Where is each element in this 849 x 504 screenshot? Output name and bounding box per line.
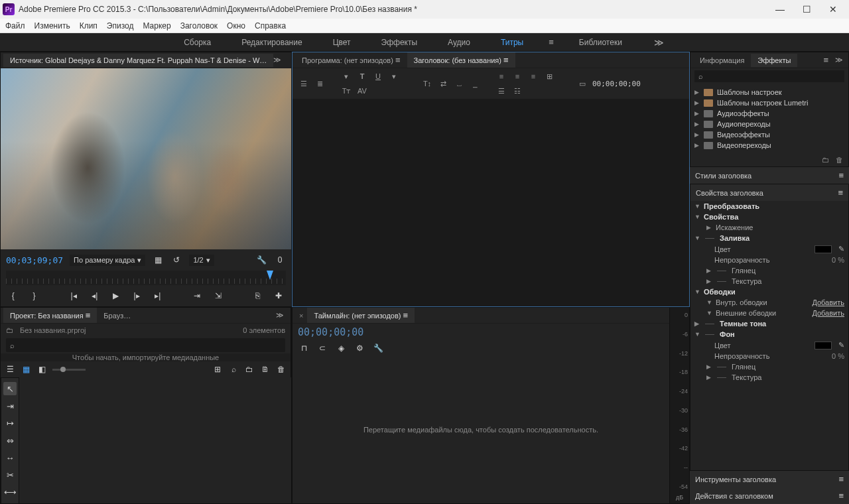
- workspace-color[interactable]: Цвет: [328, 35, 356, 50]
- smallcaps-icon[interactable]: Tᴛ: [340, 86, 352, 96]
- menu-window[interactable]: Окно: [227, 21, 245, 31]
- prop-bg-sheen[interactable]: ▶Глянец: [690, 361, 848, 372]
- menu-clip[interactable]: Клип: [80, 21, 98, 31]
- prop-inner-strokes[interactable]: ▼Внутр. обводкиДобавить: [690, 297, 848, 308]
- thumbnail-size-slider[interactable]: [52, 369, 86, 371]
- titler-timecode[interactable]: 00;00;00;00: [592, 80, 641, 88]
- title-props-header[interactable]: Свойства заголовка≡: [690, 184, 848, 201]
- overwrite-button[interactable]: ⇲: [211, 290, 226, 302]
- snap-icon[interactable]: ⊓: [298, 342, 310, 354]
- folder-presets[interactable]: ▶Шаблоны настроек: [692, 87, 847, 97]
- source-tab-overflow-icon[interactable]: ≫: [273, 56, 281, 64]
- maximize-button[interactable]: ☐: [793, 1, 820, 17]
- new-item-button[interactable]: 🗎: [260, 363, 271, 375]
- align-center-icon[interactable]: ≡: [511, 71, 523, 82]
- workspace-assembly[interactable]: Сборка: [178, 35, 216, 50]
- prop-fill-opacity[interactable]: Непрозрачность0 %: [690, 255, 848, 265]
- prop-fill-sheen[interactable]: ▶Глянец: [690, 265, 848, 276]
- effects-panel-menu-icon[interactable]: ≡: [819, 55, 832, 65]
- folder-lumetri[interactable]: ▶Шаблоны настроек Lumetri: [692, 97, 847, 108]
- workspace-titles-menu-icon[interactable]: ≡: [549, 37, 554, 47]
- folder-videofx[interactable]: ▶Видеоэффекты: [692, 129, 847, 140]
- prop-outer-strokes[interactable]: ▼Внешние обводкиДобавить: [690, 308, 848, 318]
- settings-icon[interactable]: ▦: [152, 254, 164, 266]
- ripple-edit-tool[interactable]: ↦: [3, 416, 17, 430]
- align-left-icon[interactable]: ≡: [495, 71, 507, 82]
- new-bin-icon[interactable]: 🗀: [822, 156, 829, 164]
- title-styles-header[interactable]: Стили заголовка≡: [690, 167, 849, 184]
- titler-tab[interactable]: Заголовок: (без названия) ≡: [407, 52, 515, 68]
- tl-wrench-icon[interactable]: 🔧: [372, 342, 384, 354]
- rate-stretch-tool[interactable]: ↔: [3, 451, 17, 464]
- find-icon[interactable]: ⌕: [228, 363, 239, 375]
- titler-roll-icon[interactable]: ≣: [314, 78, 326, 89]
- title-tools-header[interactable]: Инструменты заголовка≡: [690, 471, 849, 487]
- freeform-view-icon[interactable]: ◧: [36, 363, 47, 375]
- prop-transform[interactable]: ▼Преобразовать: [690, 201, 848, 212]
- leading-icon[interactable]: T↕: [421, 78, 433, 89]
- program-tab[interactable]: Программа: (нет эпизодов) ≡: [295, 52, 407, 68]
- menu-sequence[interactable]: Эпизод: [107, 21, 134, 31]
- prop-shadow[interactable]: ▶Темные тона: [690, 318, 848, 329]
- menu-file[interactable]: Файл: [5, 21, 25, 31]
- mark-out-button[interactable]: }: [27, 290, 42, 302]
- prop-bg-opacity[interactable]: Непрозрачность0 %: [690, 351, 848, 361]
- project-search-input[interactable]: [17, 340, 281, 350]
- show-video-icon[interactable]: ▭: [576, 78, 588, 89]
- menu-help[interactable]: Справка: [255, 21, 286, 31]
- tracking-icon[interactable]: ⇄: [437, 78, 449, 89]
- folder-videotrans[interactable]: ▶Видеопереходы: [692, 140, 847, 151]
- workspace-overflow-icon[interactable]: ≫: [647, 37, 671, 48]
- menu-marker[interactable]: Маркер: [143, 21, 170, 31]
- resolution-dropdown[interactable]: 1/2 ▾: [189, 255, 214, 266]
- align-right-icon[interactable]: ≡: [527, 71, 539, 82]
- title-actions-header[interactable]: Действия с заголовком≡: [690, 487, 849, 504]
- export-frame-button[interactable]: ⎘: [251, 290, 265, 302]
- selection-tool[interactable]: ↖: [3, 382, 17, 395]
- effects-search-input[interactable]: [694, 70, 844, 82]
- prop-strokes[interactable]: ▼Обводки: [690, 286, 848, 297]
- prop-fill[interactable]: ▼Заливка: [690, 233, 848, 243]
- source-ruler[interactable]: [6, 271, 286, 285]
- effects-tab-overflow-icon[interactable]: ≫: [832, 56, 846, 64]
- wrench-icon[interactable]: 🔧: [255, 254, 267, 266]
- automate-icon[interactable]: ⊞: [212, 363, 223, 375]
- razor-tool[interactable]: ✂: [3, 468, 17, 481]
- tab-stops-icon[interactable]: ⊞: [543, 71, 555, 82]
- kerning-icon[interactable]: AV: [356, 86, 368, 96]
- project-bin-empty[interactable]: Чтобы начать, импортируйте медиаданные: [1, 353, 291, 361]
- source-tab[interactable]: Источник: Global Deejays & Danny Marquez…: [3, 54, 273, 67]
- size-dropdown[interactable]: ▾: [388, 71, 400, 82]
- loop-icon[interactable]: ↺: [170, 254, 182, 266]
- timeline-drop-zone[interactable]: Перетащите медиафайлы сюда, чтобы создат…: [293, 355, 669, 503]
- close-button[interactable]: ✕: [820, 1, 846, 17]
- step-fwd-button[interactable]: |▸: [129, 290, 144, 302]
- folder-audiofx[interactable]: ▶Аудиоэффекты: [692, 108, 847, 119]
- close-tab-icon[interactable]: ×: [295, 312, 307, 320]
- track-select-tool[interactable]: ⇥: [3, 399, 17, 412]
- underline-icon[interactable]: U: [372, 71, 384, 82]
- new-bin-button[interactable]: 🗀: [244, 363, 255, 375]
- step-back-button[interactable]: ◂|: [88, 290, 102, 302]
- insert-button[interactable]: ⇥: [190, 290, 204, 302]
- tab-information[interactable]: Информация: [693, 54, 751, 67]
- project-tab[interactable]: Проект: Без названия ≡: [3, 308, 97, 323]
- baseline-icon[interactable]: ⎵: [453, 78, 465, 89]
- workspace-effects[interactable]: Эффекты: [376, 35, 423, 50]
- mark-in-button[interactable]: {: [6, 290, 21, 302]
- titler-canvas[interactable]: [293, 99, 689, 306]
- delete-bin-icon[interactable]: 🗑: [836, 156, 843, 164]
- media-browser-tab[interactable]: Брауз…: [97, 309, 137, 322]
- width-underline-icon[interactable]: ⎯: [469, 78, 481, 89]
- linked-selection-icon[interactable]: ⊂: [316, 342, 328, 354]
- prop-bg[interactable]: ▼Фон: [690, 329, 848, 340]
- clear-icon[interactable]: 🗑: [276, 363, 287, 375]
- play-button[interactable]: ▶: [109, 290, 123, 302]
- menu-title[interactable]: Заголовок: [180, 21, 218, 31]
- workspace-titles[interactable]: Титры: [495, 35, 529, 50]
- zoom-mode-dropdown[interactable]: По размеру кадра ▾: [70, 255, 145, 266]
- slip-tool[interactable]: ⟷: [3, 485, 17, 499]
- menu-edit[interactable]: Изменить: [34, 21, 70, 31]
- project-tab-overflow-icon[interactable]: ≫: [272, 311, 288, 320]
- prop-properties[interactable]: ▼Свойства: [690, 212, 848, 222]
